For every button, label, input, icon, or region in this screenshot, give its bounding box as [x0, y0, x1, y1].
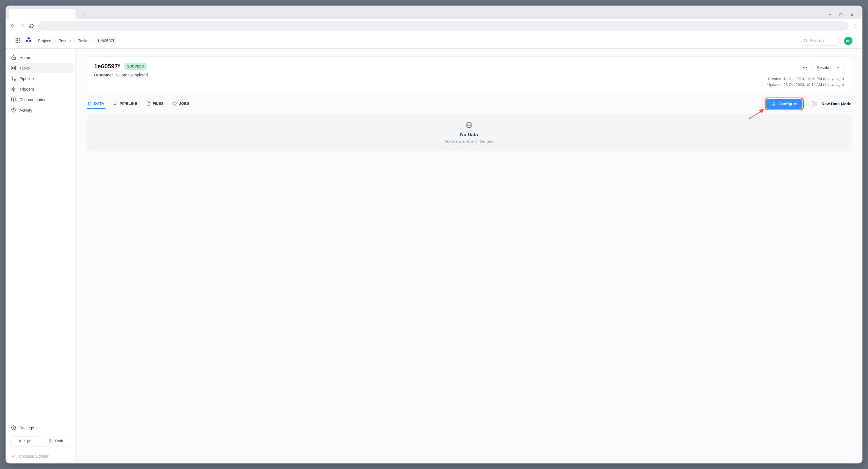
sliders-icon [771, 102, 776, 106]
svg-point-9 [12, 77, 13, 78]
configure-button[interactable]: Configure [766, 99, 802, 109]
sidebar-item-settings[interactable]: Settings [8, 423, 73, 433]
breadcrumb-current: 1e60597f [95, 37, 116, 44]
app-logo[interactable] [25, 37, 32, 45]
svg-point-2 [26, 40, 28, 42]
pipeline-icon [11, 76, 16, 81]
theme-toggle: Light Dark [9, 435, 72, 446]
svg-point-12 [20, 440, 21, 441]
new-tab-button[interactable] [80, 10, 88, 18]
sidebar-item-pipeline[interactable]: Pipeline [8, 74, 73, 84]
browser-nav-bar: ⋮ [5, 19, 863, 33]
task-id-title: 1e60597f [94, 63, 120, 70]
bolt-icon [11, 87, 16, 92]
breadcrumb-separator: / [91, 39, 92, 43]
forward-button[interactable] [20, 23, 25, 29]
svg-rect-7 [12, 69, 13, 70]
home-icon [11, 55, 16, 60]
breadcrumb-test[interactable]: Test [59, 39, 71, 43]
gear-icon [11, 426, 16, 430]
collapse-sidebar-button[interactable]: Collapse Sidebar [8, 450, 73, 460]
status-badge: SUCCESS [124, 63, 147, 70]
app-launcher-icon[interactable] [16, 38, 21, 43]
breadcrumb-separator: / [55, 39, 56, 43]
svg-rect-8 [14, 69, 16, 70]
svg-point-1 [28, 37, 30, 39]
sidebar-item-tasks[interactable]: Tasks [8, 63, 73, 73]
app-header: Projects / Test / Tasks / 1e60597f Searc… [5, 33, 863, 49]
created-timestamp: Created: 18 Oct 2023, 12:19 PM (8 days a… [768, 77, 844, 81]
reload-button[interactable] [29, 23, 34, 29]
sidebar: Home Tasks Pipeline Triggers Documentati… [5, 49, 75, 464]
book-icon [11, 97, 16, 102]
sidebar-item-label: Home [20, 55, 30, 60]
grid-icon [11, 65, 16, 70]
window-controls [828, 13, 859, 17]
outcome-row: Outcome: Quote Completed [94, 73, 148, 77]
plus-icon [82, 12, 86, 16]
history-icon [11, 108, 16, 113]
updated-timestamp: Updated: 23 Oct 2023, 10:14 AM (4 days a… [768, 83, 844, 87]
minimize-button[interactable] [828, 13, 832, 17]
main-content: 1e60597f SUCCESS Outcome: Quote Complete… [75, 49, 863, 464]
tab-strip [5, 5, 863, 19]
empty-state-card: No Data No data available for this task [87, 114, 851, 151]
empty-title: No Data [94, 132, 843, 138]
sidebar-item-activity[interactable]: Activity [8, 105, 73, 115]
theme-light-button[interactable]: Light [10, 437, 40, 445]
svg-point-19 [174, 103, 175, 104]
sun-icon [18, 439, 22, 443]
sidebar-item-label: Activity [20, 108, 32, 113]
close-button[interactable] [850, 13, 854, 17]
svg-point-20 [467, 122, 471, 124]
breadcrumb-separator: / [74, 39, 75, 43]
avatar[interactable]: BB [844, 37, 852, 45]
theme-dark-button[interactable]: Dark [41, 437, 71, 445]
more-actions-button[interactable] [800, 63, 810, 72]
sidebar-item-label: Triggers [20, 87, 34, 91]
search-placeholder: Search [810, 38, 824, 43]
tab-row: DATA PIPELINE FILES JOBS [87, 97, 851, 110]
breadcrumb-tasks[interactable]: Tasks [78, 39, 88, 43]
svg-point-18 [116, 104, 117, 105]
sidebar-item-label: Pipeline [20, 77, 34, 81]
back-button[interactable] [10, 23, 16, 29]
browser-chrome: ⋮ [5, 5, 863, 33]
database-icon [94, 122, 843, 129]
sidebar-item-home[interactable]: Home [8, 53, 73, 62]
svg-point-15 [806, 67, 807, 68]
chevrons-left-icon [11, 454, 16, 459]
branch-icon [113, 101, 118, 106]
maximize-button[interactable] [839, 13, 842, 17]
browser-tab[interactable] [9, 9, 75, 19]
search-input[interactable]: Search [800, 36, 839, 46]
annotation-arrow [747, 108, 767, 120]
cog-icon [173, 101, 177, 106]
browser-window: ⋮ Projects / Test / Tasks / 1e60597f Sea… [5, 5, 863, 464]
tab-files[interactable]: FILES [145, 99, 165, 109]
tab-pipeline[interactable]: PIPELINE [112, 99, 138, 109]
raw-data-toggle[interactable] [808, 101, 817, 107]
resubmit-button[interactable]: Resubmit [812, 63, 844, 72]
chevron-down-icon [836, 65, 840, 69]
svg-rect-6 [14, 66, 16, 67]
tab-jobs[interactable]: JOBS [171, 99, 190, 109]
sidebar-item-label: Documentation [20, 97, 46, 102]
dots-horizontal-icon [803, 67, 807, 68]
browser-menu-button[interactable]: ⋮ [852, 23, 858, 29]
sidebar-item-triggers[interactable]: Triggers [8, 84, 73, 94]
breadcrumb-projects[interactable]: Projects [38, 39, 52, 43]
breadcrumb: Projects / Test / Tasks / 1e60597f [38, 37, 116, 44]
url-bar[interactable] [38, 21, 848, 31]
svg-point-14 [804, 67, 805, 68]
moon-icon [49, 439, 53, 443]
svg-point-11 [13, 427, 14, 429]
tab-data[interactable]: DATA [87, 99, 105, 109]
file-icon [88, 101, 92, 106]
task-header-card: 1e60597f SUCCESS Outcome: Quote Complete… [87, 56, 851, 93]
svg-point-4 [804, 39, 807, 42]
svg-rect-5 [12, 66, 13, 67]
sidebar-item-documentation[interactable]: Documentation [8, 95, 73, 105]
document-icon [146, 101, 151, 106]
chevron-down-icon [68, 39, 71, 42]
